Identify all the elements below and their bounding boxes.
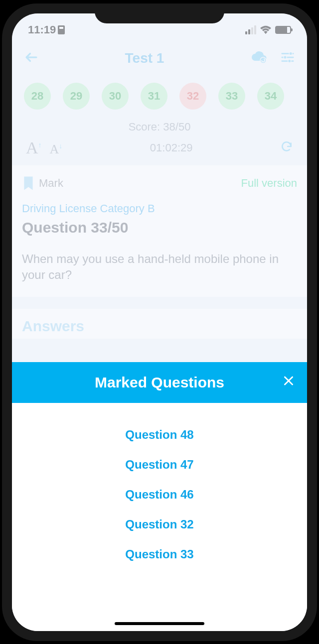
- sliders-icon: [280, 50, 295, 65]
- question-card: Mark Full version Driving License Catego…: [12, 165, 307, 297]
- question-chip-32[interactable]: 32: [179, 83, 206, 110]
- clock-text: 11:19: [28, 23, 56, 36]
- spacer: [12, 297, 307, 309]
- settings-button[interactable]: [280, 50, 295, 67]
- marked-questions-modal: Marked Questions Question 48 Question 47…: [12, 362, 307, 631]
- phone-frame: 11:19 Test 1: [2, 3, 317, 641]
- svg-point-1: [289, 52, 292, 55]
- reload-icon: [280, 140, 293, 153]
- screen: 11:19 Test 1: [12, 13, 307, 631]
- marked-question-link[interactable]: Question 32: [12, 510, 307, 539]
- app-header: Test 1: [12, 41, 307, 74]
- question-nav[interactable]: 28 29 30 31 32 33 34: [12, 74, 307, 115]
- wifi-icon: [260, 25, 271, 34]
- status-time: 11:19: [28, 23, 65, 36]
- arrow-left-icon: [24, 50, 39, 65]
- full-version-link[interactable]: Full version: [241, 177, 297, 190]
- marked-question-link[interactable]: Question 46: [12, 480, 307, 510]
- question-chip-33[interactable]: 33: [218, 83, 245, 110]
- category-text: Driving License Category B: [22, 202, 297, 215]
- status-icons: [245, 25, 291, 34]
- modal-body: Question 48 Question 47 Question 46 Ques…: [12, 403, 307, 569]
- back-button[interactable]: [24, 50, 39, 67]
- svg-point-2: [284, 55, 287, 58]
- close-button[interactable]: [282, 374, 295, 390]
- question-title: Question 33/50: [22, 219, 297, 236]
- marked-question-link[interactable]: Question 47: [12, 450, 307, 480]
- svg-point-3: [288, 59, 291, 62]
- marked-question-link[interactable]: Question 33: [12, 539, 307, 569]
- question-text: When may you use a hand-held mobile phon…: [22, 251, 297, 283]
- timer-text: 01:02:29: [62, 141, 280, 154]
- timer-row: A↑ A↓ 01:02:29: [12, 135, 307, 165]
- answers-heading: Answers: [12, 309, 307, 339]
- modal-title: Marked Questions: [95, 374, 224, 390]
- app-title: Test 1: [125, 50, 164, 66]
- score-text: Score: 38/50: [12, 115, 307, 135]
- close-icon: [282, 374, 295, 387]
- signal-icon: [245, 25, 256, 34]
- home-indicator[interactable]: [115, 622, 204, 625]
- reload-button[interactable]: [280, 140, 293, 156]
- bookmark-icon: [22, 175, 35, 191]
- mark-label: Mark: [39, 177, 63, 190]
- question-chip-28[interactable]: 28: [24, 83, 51, 110]
- question-chip-31[interactable]: 31: [141, 83, 167, 110]
- cloud-sync-icon: [250, 50, 267, 65]
- svg-point-0: [260, 57, 266, 63]
- question-chip-30[interactable]: 30: [102, 83, 129, 110]
- mark-button[interactable]: Mark: [22, 175, 63, 191]
- id-card-icon: [58, 25, 65, 34]
- modal-header: Marked Questions: [12, 362, 307, 403]
- question-chip-34[interactable]: 34: [257, 83, 284, 110]
- font-increase-button[interactable]: A↑: [26, 138, 42, 157]
- font-decrease-button[interactable]: A↓: [50, 142, 63, 157]
- battery-icon: [275, 26, 291, 34]
- marked-question-link[interactable]: Question 48: [12, 420, 307, 450]
- cloud-sync-button[interactable]: [250, 50, 267, 67]
- question-chip-29[interactable]: 29: [63, 83, 90, 110]
- title-area: Test 1: [39, 50, 250, 66]
- notch: [95, 3, 224, 23]
